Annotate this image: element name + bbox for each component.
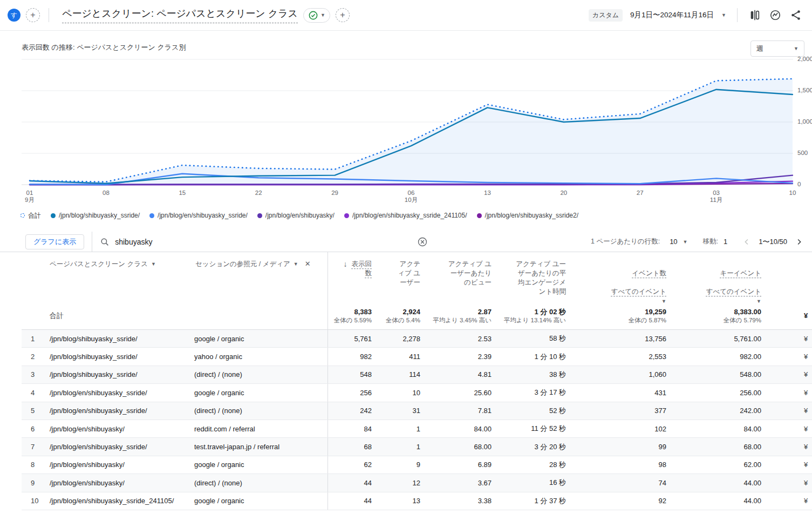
events-cell: 13,756 <box>572 330 672 347</box>
y-tick-label: 500 <box>797 150 808 156</box>
chevron-down-icon[interactable]: ▼ <box>683 239 688 245</box>
legend-swatch <box>257 213 262 218</box>
legend-item: /jpn/blog/en/shibuyasky_ssride/ <box>149 212 248 219</box>
search-input[interactable] <box>115 238 342 246</box>
totals-active-users: 2,924全体の 5.4% <box>378 302 426 329</box>
column-label: キーイベント <box>720 269 761 277</box>
page-path-cell: /jpn/blog/en/shibuyasky_ssride_241105/ <box>49 492 194 510</box>
column-header-engagement-time[interactable]: アクティブ ユー ザーあたりの平 均エンゲージメ ント時間 <box>497 252 572 306</box>
column-header-views-per-user[interactable]: アクティブ ユ ーザーあたり のビュー <box>426 252 497 306</box>
remove-dimension-icon[interactable]: ✕ <box>305 260 311 268</box>
previous-page-icon[interactable] <box>740 235 753 248</box>
active-users-cell: 12 <box>378 474 426 491</box>
session-source-cell: yahoo / organic <box>194 348 328 365</box>
row-number: 3 <box>22 366 49 383</box>
date-range-type-chip: カスタム <box>589 9 623 22</box>
page-path-cell: /jpn/blog/en/shibuyasky_ssride/ <box>49 438 194 455</box>
views-per-user-cell: 68.00 <box>426 438 497 455</box>
data-table: ページパスとスクリーン クラス ▼ セッションの参照元 / メディア ▼ ✕ ↓… <box>0 252 812 510</box>
chevron-down-icon[interactable]: ▼ <box>151 260 156 267</box>
x-tick-label: 15 <box>179 190 186 197</box>
column-header-total-revenue[interactable]: 合計収益 <box>767 252 812 306</box>
session-source-cell: google / organic <box>194 330 328 347</box>
row-number: 6 <box>22 420 49 437</box>
column-header-events[interactable]: イベント数 すべてのイベント ▼ <box>572 252 672 306</box>
insights-icon[interactable] <box>769 9 782 22</box>
table-row: 2 /jpn/blog/shibuyasky_ssride/ yahoo / o… <box>22 348 812 366</box>
clear-search-icon[interactable] <box>416 235 429 248</box>
engagement-time-cell: 58 秒 <box>497 330 572 347</box>
goto-page-input[interactable]: 1 <box>724 238 727 246</box>
active-users-cell: 114 <box>378 366 426 383</box>
legend-label: /jpn/blog/en/shibuyasky/ <box>265 212 335 219</box>
search-icon <box>100 237 110 247</box>
engagement-time-cell: 11 分 52 秒 <box>497 420 572 437</box>
chevron-down-icon[interactable]: ▼ <box>294 260 298 267</box>
revenue-cell: ¥ <box>767 348 812 365</box>
revenue-cell: ¥ <box>767 492 812 510</box>
rows-per-page-value[interactable]: 10 <box>670 238 677 246</box>
legend-label: /jpn/blog/en/shibuyasky_ssride/ <box>158 212 248 219</box>
column-header-key-events[interactable]: キーイベント すべてのイベント ▼ <box>672 252 767 306</box>
chevron-down-icon[interactable]: ▼ <box>721 12 726 18</box>
x-tick-label: 03 11月 <box>710 190 722 204</box>
views-per-user-cell: 3.38 <box>426 492 497 510</box>
page-path-cell: /jpn/blog/en/shibuyasky/ <box>49 474 194 491</box>
column-label: セッションの参照元 / メディア <box>195 260 290 269</box>
share-icon[interactable] <box>789 9 802 22</box>
revenue-cell: ¥ <box>767 420 812 437</box>
next-page-icon[interactable] <box>793 235 806 248</box>
views-per-user-cell: 3.67 <box>426 474 497 491</box>
totals-engagement: 1 分 02 秒平均より 13.14% 高い <box>497 302 572 329</box>
page-path-cell: /jpn/blog/shibuyasky_ssride/ <box>49 330 194 347</box>
sort-descending-icon[interactable]: ↓ <box>344 260 347 306</box>
column-header-active-users[interactable]: アクテ ィブ ユ ーザー <box>378 252 426 306</box>
session-source-cell: google / organic <box>194 456 328 474</box>
table-row: 10 /jpn/blog/en/shibuyasky_ssride_241105… <box>22 492 812 510</box>
add-report-tab-button[interactable]: + <box>336 8 350 22</box>
views-per-user-cell: 7.81 <box>426 402 497 420</box>
engagement-time-cell: 1 分 10 秒 <box>497 348 572 365</box>
y-tick-label: 1,500 <box>797 87 812 93</box>
row-number: 10 <box>22 492 49 510</box>
chart-section: 表示回数 の推移: ページパスとスクリーン クラス別 週 ▼ 05001,000… <box>0 31 812 221</box>
column-header-session-source[interactable]: セッションの参照元 / メディア ▼ ✕ <box>194 252 328 302</box>
active-users-cell: 31 <box>378 402 426 420</box>
session-source-cell: (direct) / (none) <box>194 366 328 383</box>
views-cell: 982 <box>328 348 378 365</box>
totals-label: 合計 <box>49 302 194 329</box>
column-header-page-path[interactable]: ページパスとスクリーン クラス ▼ <box>49 252 194 306</box>
row-number: 2 <box>22 348 49 365</box>
session-source-cell: test.travel-japan.jp / referral <box>194 438 328 455</box>
y-tick-label: 2,000 <box>797 56 812 62</box>
avatar[interactable]: す <box>8 9 21 22</box>
table-row: 4 /jpn/blog/en/shibuyasky_ssride/ google… <box>22 384 812 402</box>
session-source-cell: (direct) / (none) <box>194 402 328 420</box>
engagement-time-cell: 1 分 37 秒 <box>497 492 572 510</box>
column-header-views[interactable]: ↓ 表示回 数 <box>328 252 378 306</box>
date-range-selector[interactable]: 9月1日〜2024年11月16日 <box>630 10 714 20</box>
column-sublabel: すべてのイベント <box>706 288 761 295</box>
key-events-cell: 44.00 <box>672 474 767 491</box>
row-number: 7 <box>22 438 49 455</box>
legend-swatch <box>149 213 154 218</box>
granularity-select[interactable]: 週 ▼ <box>750 40 804 57</box>
chevron-down-icon: ▼ <box>794 46 799 51</box>
row-number-header <box>22 252 49 306</box>
key-events-cell: 5,761.00 <box>672 330 767 347</box>
revenue-cell: ¥ <box>767 438 812 455</box>
x-tick-label: 13 <box>484 190 491 197</box>
report-status-control[interactable]: ▼ <box>303 8 330 23</box>
comparison-icon[interactable] <box>748 9 761 22</box>
add-comparison-button[interactable]: + <box>26 8 40 22</box>
report-title[interactable]: ページとスクリーン: ページパスとスクリーン クラス <box>62 7 298 23</box>
totals-row-number <box>22 302 49 329</box>
table-row: 5 /jpn/blog/en/shibuyasky_ssride/ (direc… <box>22 402 812 420</box>
views-cell: 256 <box>328 384 378 401</box>
line-chart: 05001,0001,5002,000 <box>0 57 812 186</box>
views-cell: 62 <box>328 456 378 474</box>
show-on-chart-button[interactable]: グラフに表示 <box>25 234 84 249</box>
table-row: 6 /jpn/blog/en/shibuyasky/ reddit.com / … <box>22 420 812 438</box>
key-events-cell: 548.00 <box>672 366 767 383</box>
views-cell: 548 <box>328 366 378 383</box>
